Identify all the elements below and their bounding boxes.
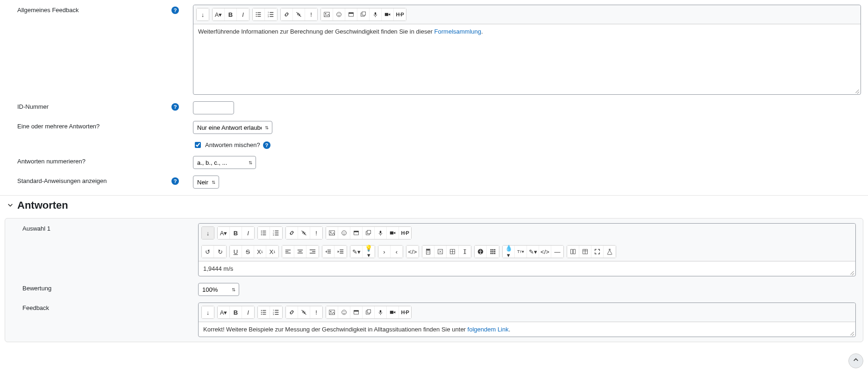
align-center-button[interactable] <box>294 246 306 258</box>
strikethrough-button[interactable]: S <box>242 246 254 258</box>
bold-button[interactable]: B <box>230 227 242 239</box>
emoji-button[interactable] <box>338 227 350 239</box>
columns-button[interactable] <box>567 246 579 258</box>
fullscreen-button[interactable] <box>591 246 604 258</box>
chemistry-button[interactable] <box>604 246 616 258</box>
outdent-button[interactable] <box>322 246 334 258</box>
warning-button[interactable]: ! <box>305 8 317 21</box>
underline-button[interactable]: U <box>230 246 242 258</box>
image-button[interactable] <box>326 227 338 239</box>
indent-button[interactable] <box>334 246 347 258</box>
media-button[interactable] <box>350 306 363 318</box>
image-button[interactable] <box>326 306 338 318</box>
calculator-button[interactable] <box>422 246 434 258</box>
subscript-button[interactable]: X1 <box>254 246 266 258</box>
emoji-button[interactable] <box>333 8 345 21</box>
numbered-list-button[interactable]: 123 <box>265 8 277 21</box>
unlink-button[interactable] <box>298 306 310 318</box>
answer-feedback-textarea[interactable]: Korrekt! Weitere Beispiele zur Messung d… <box>199 322 855 337</box>
table2-button[interactable] <box>579 246 591 258</box>
general-feedback-textarea[interactable]: Weiterführende Informationen zur Berechn… <box>193 24 861 94</box>
image-button[interactable] <box>321 8 333 21</box>
record-audio-button[interactable] <box>375 227 387 239</box>
stdinstr-select[interactable]: Nein <box>193 176 219 189</box>
cursor-button[interactable] <box>459 246 471 258</box>
code-button[interactable]: </> <box>539 246 551 258</box>
highlight-button[interactable]: ✎▾ <box>350 246 363 258</box>
record-video-button[interactable] <box>382 8 394 21</box>
align-right-button[interactable] <box>306 246 319 258</box>
tint-button[interactable]: 💧▾ <box>503 246 515 258</box>
numbering-select[interactable]: a., b., c., ... <box>193 156 256 169</box>
warning-button[interactable]: ! <box>310 227 322 239</box>
manage-files-button[interactable] <box>363 306 375 318</box>
warning-button[interactable]: ! <box>310 306 322 318</box>
italic-button[interactable]: I <box>237 8 249 21</box>
bullet-list-button[interactable] <box>253 8 265 21</box>
link-button[interactable] <box>281 8 293 21</box>
manage-files-button[interactable] <box>357 8 370 21</box>
table-button[interactable] <box>447 246 459 258</box>
answers-mode-select[interactable]: Nur eine Antwort erlauben <box>193 121 272 134</box>
emoji-button[interactable] <box>338 306 350 318</box>
equation-button[interactable] <box>434 246 447 258</box>
unlink-button[interactable] <box>293 8 305 21</box>
media-button[interactable] <box>350 227 363 239</box>
h5p-button[interactable]: H·P <box>399 227 411 239</box>
align-left-button[interactable] <box>282 246 294 258</box>
numbered-list-button[interactable]: 123 <box>270 306 282 318</box>
fontsize-button[interactable]: TT▾ <box>515 246 527 258</box>
paragraph-style-button[interactable]: A▾ <box>218 227 230 239</box>
ltr-button[interactable]: › <box>378 246 391 258</box>
record-video-button[interactable] <box>387 227 399 239</box>
undo-button[interactable]: ↺ <box>202 246 214 258</box>
link-button[interactable] <box>286 227 298 239</box>
help-icon[interactable] <box>171 7 179 14</box>
choice1-textarea[interactable]: 1,9444 m/s <box>199 261 855 276</box>
link-button[interactable] <box>286 306 298 318</box>
answer-feedback-link[interactable]: folgendem Link <box>468 326 509 333</box>
answers-section-header[interactable]: Antworten <box>0 196 868 218</box>
record-video-button[interactable] <box>387 306 399 318</box>
h5p-button[interactable]: H·P <box>394 8 406 21</box>
bullet-list-button[interactable] <box>258 306 270 318</box>
resize-handle-icon[interactable] <box>854 88 860 93</box>
redo-button[interactable]: ↻ <box>214 246 226 258</box>
expand-toolbar-button[interactable]: ↓ <box>197 8 209 21</box>
expand-toolbar-button[interactable]: ↓ <box>202 306 214 318</box>
accessibility-button[interactable] <box>475 246 487 258</box>
bold-button[interactable]: B <box>230 306 242 318</box>
help-icon[interactable] <box>263 141 270 149</box>
help-icon[interactable] <box>171 103 179 111</box>
help-icon[interactable] <box>171 177 179 185</box>
idnumber-input[interactable] <box>193 101 234 114</box>
bullet-list-button[interactable] <box>258 227 270 239</box>
h5p-button[interactable]: H·P <box>399 306 411 318</box>
collapse-toolbar-button[interactable]: ↓ <box>202 227 214 239</box>
grade-select[interactable]: 100% <box>198 283 239 296</box>
paragraph-style-button[interactable]: A▾ <box>213 8 225 21</box>
unlink-button[interactable] <box>298 227 310 239</box>
numbered-list-button[interactable]: 123 <box>270 227 282 239</box>
hr-button[interactable]: — <box>551 246 563 258</box>
paragraph-style-button[interactable]: A▾ <box>218 306 230 318</box>
record-audio-button[interactable] <box>370 8 382 21</box>
record-audio-button[interactable] <box>375 306 387 318</box>
idea-button[interactable]: 💡▾ <box>363 246 375 258</box>
grid-button[interactable] <box>487 246 499 258</box>
rtl-button[interactable]: ‹ <box>391 246 403 258</box>
media-button[interactable] <box>345 8 357 21</box>
feedback-link[interactable]: Formelsammlung <box>434 28 481 35</box>
eraser-button[interactable]: ✎▾ <box>527 246 539 258</box>
html-button[interactable]: </> <box>406 246 419 258</box>
resize-handle-icon[interactable] <box>849 269 854 275</box>
italic-button[interactable]: I <box>242 306 254 318</box>
shuffle-checkbox[interactable] <box>195 142 201 148</box>
manage-files-button[interactable] <box>363 227 375 239</box>
resize-handle-icon[interactable] <box>849 330 854 336</box>
bold-button[interactable]: B <box>225 8 237 21</box>
superscript-button[interactable]: X1 <box>266 246 278 258</box>
svg-rect-79 <box>494 251 496 253</box>
numbering-label: Antworten nummerieren? <box>17 158 85 165</box>
italic-button[interactable]: I <box>242 227 254 239</box>
